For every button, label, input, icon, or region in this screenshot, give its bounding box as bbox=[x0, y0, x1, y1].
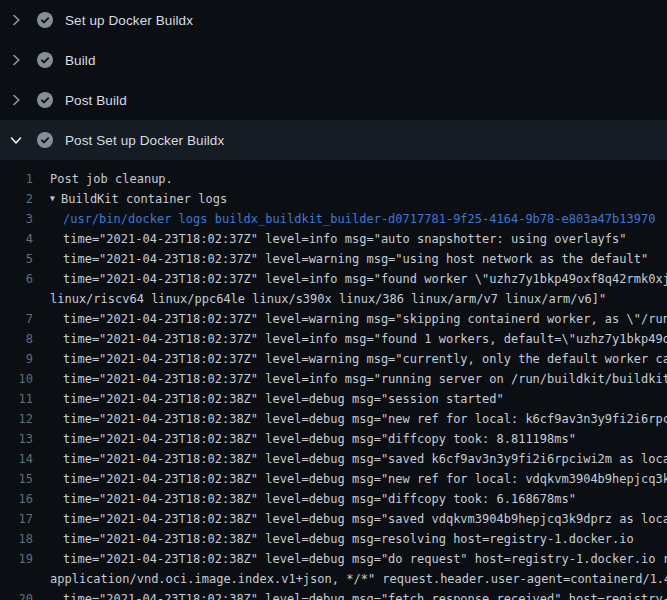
log-line: 5 time="2021-04-23T18:02:37Z" level=warn… bbox=[0, 249, 667, 269]
log-line-text: time="2021-04-23T18:02:37Z" level=info m… bbox=[63, 269, 667, 289]
log-line-text: time="2021-04-23T18:02:37Z" level=warnin… bbox=[63, 249, 648, 269]
log-line: 15 time="2021-04-23T18:02:38Z" level=deb… bbox=[0, 469, 667, 489]
log-line: 6 time="2021-04-23T18:02:37Z" level=info… bbox=[0, 269, 667, 289]
log-line-text: time="2021-04-23T18:02:38Z" level=debug … bbox=[63, 489, 576, 509]
group-collapse-icon[interactable]: ▼ bbox=[50, 189, 61, 209]
log-area[interactable]: 1 Post job cleanup. 2 ▼ BuildKit contain… bbox=[0, 160, 667, 600]
log-line-text: time="2021-04-23T18:02:38Z" level=debug … bbox=[63, 469, 667, 489]
log-line-text: time="2021-04-23T18:02:38Z" level=debug … bbox=[63, 509, 667, 529]
log-line-number[interactable]: 17 bbox=[0, 509, 33, 529]
log-line: 8 time="2021-04-23T18:02:37Z" level=info… bbox=[0, 329, 667, 349]
log-line-text: time="2021-04-23T18:02:38Z" level=debug … bbox=[63, 549, 667, 569]
log-line-text: Post job cleanup. bbox=[50, 169, 173, 189]
actions-log-viewer: Set up Docker Buildx Build P bbox=[0, 0, 667, 600]
check-circle-icon bbox=[37, 52, 53, 68]
log-line: 17 time="2021-04-23T18:02:38Z" level=deb… bbox=[0, 509, 667, 529]
log-line-number[interactable]: 14 bbox=[0, 449, 33, 469]
log-line-text: time="2021-04-23T18:02:38Z" level=debug … bbox=[63, 529, 634, 549]
log-line: linux/riscv64 linux/ppc64le linux/s390x … bbox=[0, 289, 667, 309]
log-line-number[interactable]: 15 bbox=[0, 469, 33, 489]
log-line: 2 ▼ BuildKit container logs bbox=[0, 189, 667, 209]
log-line-number[interactable]: 19 bbox=[0, 549, 33, 569]
log-line-text: application/vnd.oci.image.index.v1+json,… bbox=[50, 569, 667, 589]
log-line: 1 Post job cleanup. bbox=[0, 169, 667, 189]
log-line: 12 time="2021-04-23T18:02:38Z" level=deb… bbox=[0, 409, 667, 429]
log-line-text: time="2021-04-23T18:02:38Z" level=debug … bbox=[63, 409, 667, 429]
log-line: 10 time="2021-04-23T18:02:37Z" level=inf… bbox=[0, 369, 667, 389]
log-line-number[interactable]: 2 bbox=[0, 189, 33, 209]
log-line-number[interactable]: 16 bbox=[0, 489, 33, 509]
log-line-text: linux/riscv64 linux/ppc64le linux/s390x … bbox=[50, 289, 606, 309]
step-label: Post Set up Docker Buildx bbox=[65, 133, 224, 148]
log-line-text: time="2021-04-23T18:02:38Z" level=debug … bbox=[63, 589, 667, 600]
step-label: Post Build bbox=[65, 93, 127, 108]
log-line-number[interactable]: 8 bbox=[0, 329, 33, 349]
chevron-right-icon[interactable] bbox=[8, 12, 24, 28]
log-line-number[interactable]: 12 bbox=[0, 409, 33, 429]
log-line-text: time="2021-04-23T18:02:38Z" level=debug … bbox=[63, 429, 576, 449]
log-line-number[interactable]: 18 bbox=[0, 529, 33, 549]
log-line-number[interactable]: 5 bbox=[0, 249, 33, 269]
steps-list: Set up Docker Buildx Build P bbox=[0, 0, 667, 160]
step-row-1[interactable]: Build bbox=[0, 40, 667, 80]
chevron-down-icon[interactable] bbox=[8, 132, 24, 148]
log-line: 13 time="2021-04-23T18:02:38Z" level=deb… bbox=[0, 429, 667, 449]
log-line-text: time="2021-04-23T18:02:37Z" level=info m… bbox=[63, 229, 627, 249]
log-line-number[interactable]: 1 bbox=[0, 169, 33, 189]
log-line-number[interactable]: 11 bbox=[0, 389, 33, 409]
check-circle-icon bbox=[37, 12, 53, 28]
log-line-text: /usr/bin/docker logs buildx_buildkit_bui… bbox=[63, 209, 655, 229]
log-line-number[interactable]: 13 bbox=[0, 429, 33, 449]
log-line-number[interactable]: 20 bbox=[0, 589, 33, 600]
log-line: 16 time="2021-04-23T18:02:38Z" level=deb… bbox=[0, 489, 667, 509]
log-line-text: time="2021-04-23T18:02:37Z" level=warnin… bbox=[63, 349, 667, 369]
chevron-right-icon[interactable] bbox=[8, 92, 24, 108]
log-line: 3 /usr/bin/docker logs buildx_buildkit_b… bbox=[0, 209, 667, 229]
step-label: Build bbox=[65, 53, 96, 68]
log-line: application/vnd.oci.image.index.v1+json,… bbox=[0, 569, 667, 589]
check-circle-icon bbox=[37, 92, 53, 108]
log-line: 14 time="2021-04-23T18:02:38Z" level=deb… bbox=[0, 449, 667, 469]
log-line: 11 time="2021-04-23T18:02:38Z" level=deb… bbox=[0, 389, 667, 409]
log-line-text: time="2021-04-23T18:02:37Z" level=info m… bbox=[63, 369, 667, 389]
log-line-number[interactable]: 6 bbox=[0, 269, 33, 289]
log-line-text: time="2021-04-23T18:02:38Z" level=debug … bbox=[63, 449, 667, 469]
check-circle-icon bbox=[37, 132, 53, 148]
log-line: 19 time="2021-04-23T18:02:38Z" level=deb… bbox=[0, 549, 667, 569]
log-line: 20 time="2021-04-23T18:02:38Z" level=deb… bbox=[0, 589, 667, 600]
log-line: 7 time="2021-04-23T18:02:37Z" level=warn… bbox=[0, 309, 667, 329]
step-row-2[interactable]: Post Build bbox=[0, 80, 667, 120]
log-line: 4 time="2021-04-23T18:02:37Z" level=info… bbox=[0, 229, 667, 249]
log-line-text: time="2021-04-23T18:02:38Z" level=debug … bbox=[63, 389, 504, 409]
log-line-number[interactable]: 9 bbox=[0, 349, 33, 369]
log-line-number[interactable]: 3 bbox=[0, 209, 33, 229]
chevron-right-icon[interactable] bbox=[8, 52, 24, 68]
log-line: 18 time="2021-04-23T18:02:38Z" level=deb… bbox=[0, 529, 667, 549]
log-line-number[interactable]: 4 bbox=[0, 229, 33, 249]
log-line-text: time="2021-04-23T18:02:37Z" level=warnin… bbox=[63, 309, 667, 329]
log-line: 9 time="2021-04-23T18:02:37Z" level=warn… bbox=[0, 349, 667, 369]
log-line-number[interactable]: 7 bbox=[0, 309, 33, 329]
step-label: Set up Docker Buildx bbox=[65, 13, 193, 28]
log-line-text: time="2021-04-23T18:02:37Z" level=info m… bbox=[63, 329, 667, 349]
log-line-number[interactable]: 10 bbox=[0, 369, 33, 389]
step-row-0[interactable]: Set up Docker Buildx bbox=[0, 0, 667, 40]
log-line-text: BuildKit container logs bbox=[61, 189, 227, 209]
step-row-3[interactable]: Post Set up Docker Buildx bbox=[0, 120, 667, 160]
